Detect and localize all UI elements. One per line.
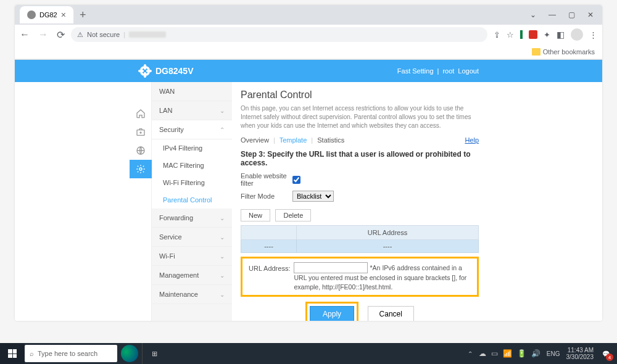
- svg-point-3: [146, 70, 152, 73]
- main-panel: Parental Control On this page, you can s…: [232, 82, 491, 321]
- tab-statistics[interactable]: Statistics: [317, 136, 344, 144]
- bookmark-other[interactable]: Other bookmarks: [543, 48, 595, 56]
- submenu-mac[interactable]: MAC Filtering: [152, 157, 232, 174]
- flower-icon: [138, 64, 152, 78]
- start-button[interactable]: [0, 343, 25, 364]
- menu-wifi[interactable]: Wi-Fi⌄: [152, 247, 232, 266]
- puzzle-icon[interactable]: ◧: [557, 30, 565, 39]
- enable-filter-checkbox[interactable]: [292, 176, 300, 184]
- wifi-icon[interactable]: 📶: [503, 349, 512, 358]
- page-description: On this page, you can set Internet acces…: [241, 104, 479, 130]
- fast-setting-link[interactable]: Fast Setting: [397, 67, 434, 75]
- maximize-icon[interactable]: ▢: [568, 10, 575, 19]
- new-button[interactable]: New: [241, 209, 270, 221]
- window-controls: ⌄ — ▢ ✕: [530, 10, 602, 19]
- volume-icon[interactable]: 🔊: [531, 349, 540, 358]
- rail-home[interactable]: [130, 104, 152, 123]
- tab-strip: DG82 × + ⌄ — ▢ ✕: [15, 5, 602, 25]
- extension-icon[interactable]: [529, 30, 537, 39]
- clock[interactable]: 11:43 AM 3/30/2023: [566, 347, 594, 360]
- chevron-down-icon[interactable]: ⌄: [530, 10, 536, 19]
- menu-lan[interactable]: LAN⌄: [152, 101, 232, 120]
- chevron-down-icon: ⌄: [220, 272, 225, 279]
- avatar[interactable]: [571, 28, 583, 41]
- extensions-icon[interactable]: ✦: [544, 30, 550, 39]
- rail-firstaid[interactable]: [130, 123, 152, 141]
- submenu-wifi-filter[interactable]: Wi-Fi Filtering: [152, 174, 232, 191]
- close-icon[interactable]: ✕: [587, 10, 594, 19]
- back-icon[interactable]: ←: [20, 29, 30, 41]
- rail-globe[interactable]: [130, 141, 152, 160]
- forward-icon[interactable]: →: [38, 29, 48, 41]
- menu-security[interactable]: Security⌃: [152, 120, 232, 139]
- icon-rail: [130, 82, 152, 321]
- task-view-icon[interactable]: ⊞: [142, 343, 167, 364]
- warning-icon: ⚠: [77, 31, 83, 39]
- blurred-url: [129, 31, 166, 38]
- windows-icon: [8, 349, 17, 358]
- menu-wan[interactable]: WAN: [152, 82, 232, 101]
- page-title: Parental Control: [241, 89, 479, 101]
- submenu-ipv4[interactable]: IPv4 Filtering: [152, 139, 232, 157]
- step-heading: Step 3: Specify the URL list that a user…: [241, 150, 479, 167]
- enable-filter-label: Enable website filter: [241, 172, 292, 187]
- search-placeholder: Type here to search: [38, 350, 97, 357]
- apply-button[interactable]: Apply: [310, 306, 354, 321]
- tab-overview[interactable]: Overview: [241, 136, 269, 144]
- cloud-icon[interactable]: ☁: [479, 349, 486, 358]
- router-header: DG8245V Fast Setting | root Logout: [15, 60, 602, 82]
- logo: DG8245V: [138, 64, 193, 78]
- extension-icon[interactable]: [520, 30, 523, 39]
- submenu-parental[interactable]: Parental Control: [152, 191, 232, 209]
- chevron-down-icon: ⌄: [220, 234, 225, 241]
- url-address-input[interactable]: [294, 262, 368, 273]
- chevron-up-icon[interactable]: ⌃: [468, 350, 473, 357]
- new-tab-button[interactable]: +: [73, 9, 93, 22]
- rail-settings[interactable]: [130, 160, 152, 178]
- svg-point-2: [138, 70, 144, 73]
- url-table: URL Address --------: [241, 225, 479, 253]
- filter-mode-select[interactable]: Blacklist: [292, 191, 334, 202]
- user-link[interactable]: root: [442, 67, 454, 75]
- url-field[interactable]: ⚠ Not secure |: [71, 27, 487, 42]
- tray-icon[interactable]: ▭: [491, 349, 498, 358]
- minimize-icon[interactable]: —: [549, 10, 556, 19]
- menu-forwarding[interactable]: Forwarding⌄: [152, 209, 232, 228]
- browser-tab[interactable]: DG82 ×: [20, 6, 73, 23]
- language-indicator[interactable]: ENG: [547, 350, 560, 357]
- battery-icon[interactable]: 🔋: [517, 349, 526, 358]
- table-header: URL Address: [297, 226, 479, 240]
- search-icon: ⌕: [30, 350, 34, 357]
- share-icon[interactable]: ⇪: [494, 30, 500, 39]
- cancel-button[interactable]: Cancel: [368, 306, 414, 321]
- tab-template[interactable]: Template: [280, 136, 307, 144]
- not-secure-label: Not secure: [87, 31, 120, 38]
- menu-service[interactable]: Service⌄: [152, 228, 232, 247]
- product-name: DG8245V: [155, 66, 193, 76]
- svg-point-0: [144, 64, 147, 70]
- star-icon[interactable]: ☆: [507, 30, 514, 39]
- delete-button[interactable]: Delete: [275, 209, 311, 221]
- menu-management[interactable]: Management⌄: [152, 266, 232, 285]
- folder-icon: [532, 48, 540, 56]
- address-bar: ← → ⟳ ⚠ Not secure | ⇪ ☆ ✦ ◧ ⋮: [15, 25, 602, 44]
- reload-icon[interactable]: ⟳: [57, 29, 65, 41]
- taskbar-search[interactable]: ⌕ Type here to search: [25, 345, 117, 362]
- peacock-icon[interactable]: [121, 345, 138, 362]
- notification-icon[interactable]: 💬4: [600, 347, 612, 360]
- chevron-down-icon: ⌄: [220, 215, 225, 221]
- chevron-down-icon: ⌄: [220, 253, 225, 260]
- chevron-down-icon: ⌄: [220, 291, 225, 298]
- table-row[interactable]: --------: [241, 240, 479, 253]
- svg-point-1: [144, 72, 147, 78]
- menu-maintenance[interactable]: Maintenance⌄: [152, 285, 232, 304]
- chevron-up-icon: ⌃: [220, 126, 225, 133]
- side-menu: WAN LAN⌄ Security⌃ IPv4 Filtering MAC Fi…: [152, 82, 232, 321]
- help-link[interactable]: Help: [465, 136, 479, 144]
- menu-icon[interactable]: ⋮: [589, 30, 597, 39]
- chevron-down-icon: ⌄: [220, 107, 225, 114]
- svg-point-10: [139, 168, 142, 170]
- logout-link[interactable]: Logout: [458, 67, 479, 75]
- taskbar: ⌕ Type here to search ⊞ ⌃ ☁ ▭ 📶 🔋 🔊 ENG …: [0, 343, 617, 364]
- close-icon[interactable]: ×: [61, 10, 66, 20]
